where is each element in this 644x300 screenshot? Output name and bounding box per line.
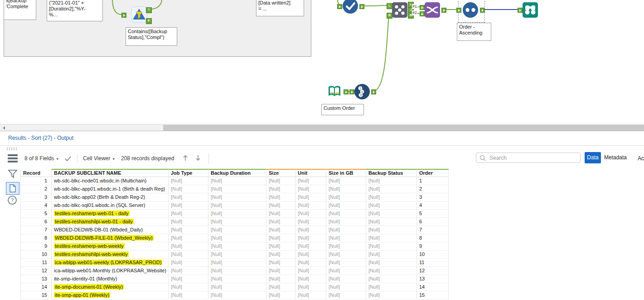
cell-null[interactable]: [Null] (295, 234, 326, 242)
cell-null[interactable]: [Null] (295, 283, 326, 291)
cell-record[interactable]: 10 (21, 251, 52, 259)
book-output-anchor[interactable] (344, 89, 349, 94)
cell-null[interactable]: [Null] (208, 242, 266, 251)
cell-null[interactable]: [Null] (295, 242, 326, 251)
cell-null[interactable]: [Null] (326, 251, 366, 259)
custom-order-input-anchor[interactable] (349, 89, 354, 94)
search-box[interactable] (476, 152, 581, 163)
custom-order-tool[interactable]: 1 2 3 (354, 84, 370, 100)
cell-null[interactable]: [Null] (208, 210, 266, 218)
union-tool[interactable] (424, 2, 441, 18)
unique-tool[interactable] (342, 0, 358, 14)
cell-null[interactable]: [Null] (169, 234, 208, 242)
annotation-date-formula[interactable]: ("2021-01-01" + [Duration2],"%Y- %... (47, 0, 103, 21)
fields-dropdown[interactable]: 8 of 8 Fields▾ (24, 154, 58, 163)
cell-name[interactable]: ica-wblpp-web01-Monthly (LOKPRASAR_Websi… (52, 267, 169, 275)
connection-numbers-to-join[interactable] (373, 15, 389, 91)
cell-null[interactable]: [Null] (266, 234, 295, 242)
horizontal-scrollbar[interactable] (0, 124, 644, 131)
cell-null[interactable]: [Null] (326, 267, 366, 275)
cell-record[interactable]: 1 (21, 177, 52, 185)
cell-order[interactable]: 8 (417, 234, 449, 242)
cell-order[interactable]: 1 (417, 177, 449, 185)
cell-record[interactable]: 15 (21, 291, 52, 300)
data-view-selected[interactable] (6, 182, 19, 195)
filter-annotation[interactable]: Contains([Backup Status],"Compl") (126, 27, 177, 46)
cell-null[interactable]: [Null] (366, 275, 417, 283)
cell-null[interactable]: [Null] (266, 283, 295, 291)
cell-record[interactable]: 14 (21, 283, 52, 291)
custom-order-annotation[interactable]: Custom Order (321, 104, 364, 115)
cell-null[interactable]: [Null] (295, 259, 326, 267)
browse-tool[interactable] (522, 2, 538, 18)
cell-name[interactable]: wb-sdc-blkc-sql01.wbsdc.in (SQL Server) (52, 202, 169, 210)
cell-name[interactable]: wb-sdc-blkc-app02 (Birth & Death Reg-2) (52, 193, 169, 202)
cell-null[interactable]: [Null] (208, 185, 266, 193)
cell-order[interactable]: 6 (417, 218, 449, 226)
cell-null[interactable]: [Null] (366, 259, 417, 267)
cell-order[interactable]: 5 (417, 210, 449, 218)
cell-null[interactable]: [Null] (208, 226, 266, 234)
cell-null[interactable]: [Null] (326, 234, 366, 242)
cell-name[interactable]: testiles-reshamerp-web-01 - daily (52, 210, 169, 218)
cell-null[interactable]: [Null] (266, 242, 295, 251)
cell-null[interactable]: [Null] (366, 226, 417, 234)
sort-output-anchor[interactable] (480, 8, 485, 13)
workflow-canvas[interactable]: x[Backup 'Complete ("2021-01-01" + [Dura… (0, 0, 644, 124)
cell-null[interactable]: [Null] (366, 210, 417, 218)
cell-null[interactable]: [Null] (208, 193, 266, 202)
cell-order[interactable]: 9 (417, 242, 449, 251)
cell-name[interactable]: testiles-reshamshilpi-web-01 - daily (52, 218, 169, 226)
cell-null[interactable]: [Null] (208, 218, 266, 226)
cell-order[interactable]: 13 (417, 275, 449, 283)
custom-order-output-anchor[interactable] (371, 89, 376, 94)
filter-view-icon[interactable] (8, 169, 18, 179)
cell-null[interactable]: [Null] (326, 242, 366, 251)
cell-null[interactable]: [Null] (266, 226, 295, 234)
annotation-backup-complete[interactable]: x[Backup 'Complete (4, 0, 36, 20)
union-input2-anchor[interactable] (420, 11, 425, 16)
cell-null[interactable]: [Null] (326, 259, 366, 267)
tab-metadata[interactable]: Metadata (604, 152, 627, 163)
search-input[interactable] (489, 154, 572, 162)
cell-name[interactable]: wb-sdc-blkc-app01.wbsdc.in-1 (Birth & de… (52, 185, 169, 193)
cell-null[interactable]: [Null] (326, 283, 366, 291)
cell-null[interactable]: [Null] (169, 210, 208, 218)
cell-null[interactable]: [Null] (208, 275, 266, 283)
join-tool[interactable] (392, 2, 408, 18)
cell-null[interactable]: [Null] (295, 226, 326, 234)
cell-name[interactable]: WBDED-DEDWB-FILE-01 (Wbded_Weekly) (52, 234, 169, 242)
union-output-anchor[interactable] (441, 8, 446, 13)
scroll-left-button[interactable] (0, 124, 8, 131)
join-input-left-anchor[interactable]: L (387, 3, 392, 9)
column-header-job-type[interactable]: Job Type (169, 169, 208, 177)
sort-input-anchor[interactable] (456, 8, 461, 13)
cell-null[interactable]: [Null] (208, 259, 266, 267)
table-view-icon[interactable] (7, 153, 18, 163)
cell-null[interactable]: [Null] (169, 193, 208, 202)
cell-record[interactable]: 9 (21, 242, 52, 251)
cell-null[interactable]: [Null] (295, 267, 326, 275)
cell-null[interactable]: [Null] (295, 275, 326, 283)
cell-order[interactable]: 7 (417, 226, 449, 234)
cell-record[interactable]: 7 (21, 226, 52, 234)
filter-true-anchor[interactable]: T (146, 7, 152, 13)
cell-record[interactable]: 13 (21, 275, 52, 283)
join-input-right-anchor[interactable]: R (387, 13, 392, 19)
cell-name[interactable]: ite-smp-identity-01 (Monthly) (52, 275, 169, 283)
cell-null[interactable]: [Null] (169, 242, 208, 251)
cell-null[interactable]: [Null] (208, 283, 266, 291)
tab-data[interactable]: Data (585, 152, 601, 163)
cell-name[interactable]: ite-smp-document-01 (Weekly) (52, 283, 169, 291)
sort-tool[interactable] (462, 2, 479, 18)
cell-order[interactable]: 15 (417, 291, 449, 300)
cell-null[interactable]: [Null] (366, 251, 417, 259)
column-header-backup-subclient-name[interactable]: BACKUP SUBCLIENT NAME (52, 169, 169, 177)
cell-null[interactable]: [Null] (366, 193, 417, 202)
cell-null[interactable]: [Null] (169, 267, 208, 275)
cell-null[interactable]: [Null] (169, 185, 208, 193)
unique-input-anchor[interactable] (337, 4, 342, 9)
help-icon[interactable]: ? (7, 195, 17, 205)
cell-null[interactable]: [Null] (326, 291, 366, 300)
cell-name[interactable]: ite-smp-app-01 (Weekly) (52, 291, 169, 300)
